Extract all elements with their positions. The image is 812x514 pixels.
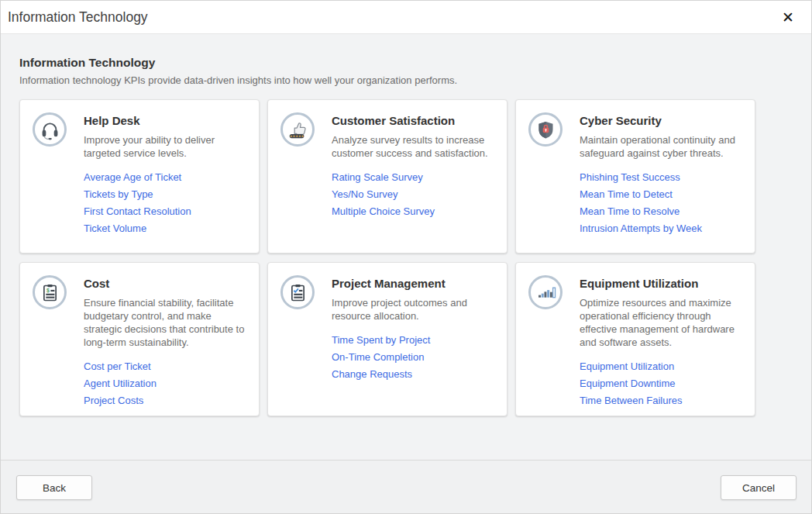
kpi-card: Help Desk Improve your ability to delive…: [19, 99, 260, 254]
dialog-title: Information Technology: [8, 9, 148, 26]
card-description: Optimize resources and maximize operatio…: [580, 296, 741, 349]
svg-text:$: $: [46, 288, 50, 294]
card-description: Improve your ability to deliver targeted…: [84, 133, 245, 160]
page-title: Information Technology: [19, 56, 793, 70]
checklist-clipboard-icon: [280, 275, 315, 309]
cancel-button[interactable]: Cancel: [721, 475, 797, 500]
back-button[interactable]: Back: [16, 475, 92, 500]
card-description: Ensure financial stability, facilitate b…: [84, 296, 245, 349]
kpi-link[interactable]: First Contact Resolution: [84, 203, 245, 220]
kpi-link[interactable]: Mean Time to Resolve: [580, 203, 741, 220]
card-link-list: Cost per TicketAgent UtilizationProject …: [84, 358, 245, 409]
svg-text:★★★★★: ★★★★★: [289, 134, 304, 138]
information-technology-dialog: Information Technology ✕ Information Tec…: [0, 0, 812, 514]
card-title: Customer Satisfaction: [332, 113, 493, 128]
kpi-link[interactable]: Equipment Utilization: [580, 358, 741, 375]
kpi-link[interactable]: Intrusion Attempts by Week: [580, 220, 741, 237]
kpi-link[interactable]: Project Costs: [84, 392, 245, 409]
kpi-link[interactable]: Yes/No Survey: [332, 186, 493, 203]
close-icon[interactable]: ✕: [779, 9, 797, 26]
card-description: Analyze survey results to increase custo…: [332, 133, 493, 160]
card-link-list: Equipment UtilizationEquipment DowntimeT…: [580, 358, 741, 409]
card-description: Maintain operational continuity and safe…: [580, 133, 741, 160]
kpi-link[interactable]: Change Requests: [332, 366, 493, 383]
kpi-link[interactable]: Cost per Ticket: [84, 358, 245, 375]
card-grid: Help Desk Improve your ability to delive…: [19, 99, 793, 416]
dialog-titlebar: Information Technology ✕: [1, 1, 811, 34]
kpi-link[interactable]: Ticket Volume: [84, 220, 245, 237]
kpi-card: ★★★★★ Customer Satisfaction Analyze surv…: [267, 99, 508, 254]
dollar-clipboard-icon: $: [33, 275, 67, 309]
card-description: Improve project outcomes and resource al…: [332, 296, 493, 323]
card-title: Cost: [84, 276, 245, 291]
page-subtitle: Information technology KPIs provide data…: [19, 74, 793, 86]
kpi-link[interactable]: Rating Scale Survey: [332, 169, 493, 186]
card-title: Cyber Security: [580, 113, 741, 128]
kpi-link[interactable]: Mean Time to Detect: [580, 186, 741, 203]
bar-chart-icon: [528, 275, 563, 309]
kpi-card: Cyber Security Maintain operational cont…: [515, 99, 755, 254]
card-link-list: Phishing Test SuccessMean Time to Detect…: [580, 169, 741, 237]
kpi-card: Project Management Improve project outco…: [267, 262, 508, 416]
card-title: Equipment Utilization: [580, 276, 741, 291]
kpi-link[interactable]: Phishing Test Success: [580, 169, 741, 186]
thumbs-up-stars-icon: ★★★★★: [280, 112, 315, 147]
card-link-list: Average Age of TicketTickets by TypeFirs…: [84, 169, 245, 237]
kpi-card: $ Cost Ensure financial stability, facil…: [19, 262, 260, 416]
card-link-list: Time Spent by ProjectOn-Time CompletionC…: [332, 332, 493, 383]
dialog-footer: Back Cancel: [1, 460, 811, 513]
card-link-list: Rating Scale SurveyYes/No SurveyMultiple…: [332, 169, 493, 220]
kpi-link[interactable]: Tickets by Type: [84, 186, 245, 203]
kpi-link[interactable]: Time Between Failures: [580, 392, 741, 409]
dialog-body: Information Technology Information techn…: [1, 34, 811, 460]
kpi-link[interactable]: Time Spent by Project: [332, 332, 493, 349]
kpi-link[interactable]: Average Age of Ticket: [84, 169, 245, 186]
kpi-link[interactable]: Agent Utilization: [84, 375, 245, 392]
card-title: Project Management: [332, 276, 493, 291]
headset-icon: [33, 112, 67, 147]
kpi-link[interactable]: Multiple Choice Survey: [332, 203, 493, 220]
card-title: Help Desk: [84, 113, 245, 128]
kpi-link[interactable]: On-Time Completion: [332, 349, 493, 366]
kpi-card: Equipment Utilization Optimize resources…: [515, 262, 755, 416]
shield-lock-icon: [528, 112, 563, 147]
kpi-link[interactable]: Equipment Downtime: [580, 375, 741, 392]
